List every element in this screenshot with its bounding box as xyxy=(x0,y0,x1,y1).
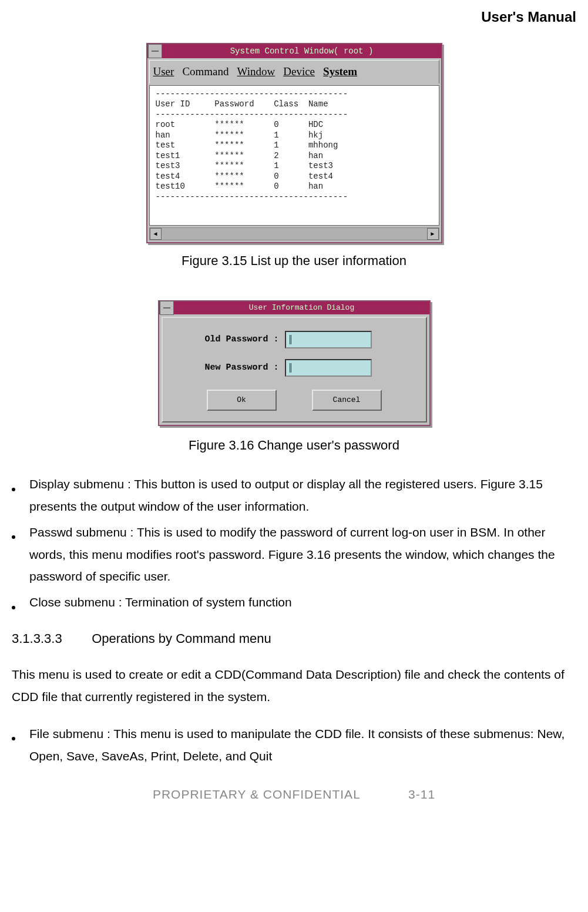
table-row: han ****** 1 hkj xyxy=(156,130,324,140)
page-header: User's Manual xyxy=(12,6,576,28)
table-row: test1 ****** 2 han xyxy=(156,151,324,160)
table-row: test ****** 1 mhhong xyxy=(156,140,338,150)
figure-caption-315: Figure 3.15 List up the user information xyxy=(12,250,576,271)
menu-bar: User Command Window Device System xyxy=(149,60,439,83)
dialog-title: User Information Dialog xyxy=(174,302,429,314)
section-title: Operations by Command menu xyxy=(92,631,271,646)
bullet-icon xyxy=(12,737,15,740)
window-title: System Control Window( root ) xyxy=(163,45,441,58)
table-row: test10 ****** 0 han xyxy=(156,182,324,191)
old-password-input[interactable] xyxy=(285,331,372,348)
menu-command[interactable]: Command xyxy=(182,63,229,81)
section-heading: 3.1.3.3.3 Operations by Command menu xyxy=(12,628,576,649)
horizontal-scrollbar[interactable]: ◄ ► xyxy=(149,227,439,240)
menu-device[interactable]: Device xyxy=(283,63,315,81)
text-cursor-icon xyxy=(290,335,291,344)
terminal-output: --------------------------------------- … xyxy=(149,85,439,226)
scroll-right-icon[interactable]: ► xyxy=(427,228,439,240)
bullet-icon xyxy=(12,488,15,491)
table-row: test3 ****** 1 test3 xyxy=(156,161,333,170)
text-cursor-icon xyxy=(290,363,291,373)
column-headers: User ID Password Class Name xyxy=(156,99,328,109)
scroll-left-icon[interactable]: ◄ xyxy=(150,228,162,240)
list-item: Passwd submenu : This is used to modify … xyxy=(12,521,576,588)
ok-button[interactable]: Ok xyxy=(207,390,277,411)
dialog-title-bar[interactable]: User Information Dialog xyxy=(159,301,429,314)
list-item: Close submenu : Termination of system fu… xyxy=(12,591,576,613)
window-menu-icon[interactable] xyxy=(148,44,162,58)
file-submenu-list: File submenu : This menu is used to mani… xyxy=(12,723,576,767)
old-password-label: Old Password : xyxy=(179,333,285,347)
page-footer: PROPRIETARY & CONFIDENTIAL 3-11 xyxy=(12,784,576,804)
cancel-button[interactable]: Cancel xyxy=(312,390,382,411)
table-row: test4 ****** 0 test4 xyxy=(156,172,333,181)
list-item: File submenu : This menu is used to mani… xyxy=(12,723,576,767)
figure-caption-316: Figure 3.16 Change user's password xyxy=(12,435,576,455)
new-password-input[interactable] xyxy=(285,359,372,377)
table-row: root ****** 0 HDC xyxy=(156,120,324,129)
bullet-icon xyxy=(12,606,15,609)
window-title-bar[interactable]: System Control Window( root ) xyxy=(147,44,441,58)
user-info-dialog: User Information Dialog Old Password : N… xyxy=(158,300,431,426)
menu-user[interactable]: User xyxy=(153,63,174,81)
menu-system[interactable]: System xyxy=(323,63,357,81)
submenu-list: Display submenu : This button is used to… xyxy=(12,473,576,613)
new-password-label: New Password : xyxy=(179,361,285,375)
dialog-menu-icon[interactable] xyxy=(160,301,174,315)
section-number: 3.1.3.3.3 xyxy=(12,628,88,649)
list-item: Display submenu : This button is used to… xyxy=(12,473,576,518)
section-paragraph: This menu is used to create or edit a CD… xyxy=(12,663,576,708)
bullet-icon xyxy=(12,535,15,539)
system-control-window: System Control Window( root ) User Comma… xyxy=(146,43,442,243)
menu-window[interactable]: Window xyxy=(237,63,275,81)
